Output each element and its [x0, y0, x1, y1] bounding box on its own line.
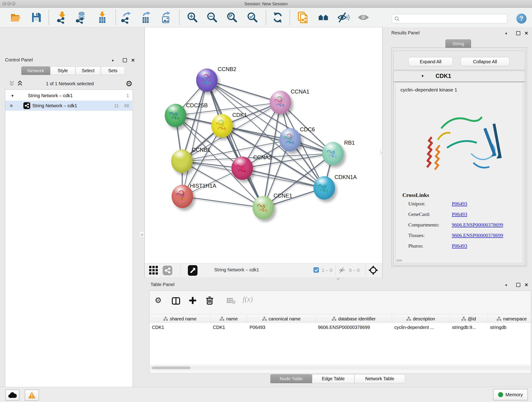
table-cell[interactable]: CDK1 — [210, 323, 247, 332]
cloud-button[interactable] — [5, 389, 19, 401]
table-cell[interactable]: CDK1 — [150, 323, 210, 332]
network-node-CDC25B[interactable] — [165, 104, 186, 127]
network-canvas[interactable]: CCNB2CCNA1CDC25BCDK1CDC6RB1CCNB1CCNA2CDK… — [145, 27, 382, 263]
left-splitter-handle[interactable] — [139, 232, 144, 237]
zoom-fit-icon[interactable] — [226, 11, 238, 24]
table-cell[interactable]: 9606.ENSP00000378699 — [316, 323, 392, 332]
column-header-namespace[interactable]: namespace — [488, 314, 531, 323]
delete-column-trash-icon[interactable] — [206, 296, 214, 305]
expand-all-networks-icon[interactable] — [17, 80, 23, 86]
crosslink-link[interactable]: P06493 — [452, 201, 467, 207]
table-panel-close-button[interactable]: ✕ — [525, 283, 528, 287]
table-cell[interactable]: stringdb — [488, 323, 531, 332]
results-panel-close-button[interactable]: ✕ — [525, 31, 528, 36]
control-panel-maximize-button[interactable] — [123, 58, 127, 62]
import-table-icon[interactable] — [96, 11, 108, 24]
selected-checkbox-icon[interactable] — [313, 267, 319, 273]
results-panel-float-button[interactable]: ▾ — [505, 32, 507, 36]
tab-node-table[interactable]: Node Table — [270, 374, 312, 383]
home-networks-icon[interactable] — [317, 11, 330, 24]
zoom-out-icon[interactable] — [206, 11, 218, 24]
table-horizontal-scrollbar[interactable] — [151, 366, 530, 370]
column-header-description[interactable]: description — [392, 314, 450, 323]
import-network-icon[interactable] — [56, 11, 68, 24]
crosslink-link[interactable]: P06493 — [452, 243, 467, 249]
crosslink-link[interactable]: P06493 — [452, 211, 467, 217]
export-image-icon[interactable] — [160, 11, 172, 24]
tab-sets[interactable]: Sets — [101, 66, 125, 75]
hide-selected-eye-slash-icon[interactable] — [337, 11, 350, 24]
network-collection-row[interactable]: ▼ String Network – cdk1 1 — [5, 90, 132, 101]
fit-selected-crosshair-icon[interactable] — [369, 266, 378, 274]
zoom-selected-icon[interactable] — [246, 11, 259, 24]
column-header--id[interactable]: @id — [450, 314, 488, 323]
table-panel-float-button[interactable]: ▾ — [505, 283, 507, 287]
network-node-CDKN1A[interactable] — [313, 176, 335, 200]
import-network-from-database-icon[interactable] — [75, 11, 87, 24]
network-node-CDK1[interactable] — [211, 114, 233, 138]
gene-section-header[interactable]: ▼ CDK1 — [393, 71, 525, 82]
search-field[interactable] — [392, 14, 507, 24]
tab-network-table[interactable]: Network Table — [355, 374, 405, 383]
network-node-RB1[interactable] — [322, 142, 344, 165]
table-scrollbar-thumb[interactable] — [152, 366, 190, 369]
table-cell[interactable]: P06493 — [247, 323, 316, 332]
tab-string[interactable]: String — [445, 39, 471, 48]
clone-network-icon[interactable] — [297, 11, 309, 24]
tab-network[interactable]: Network — [21, 66, 50, 75]
gene-expander-icon[interactable]: ▼ — [421, 74, 424, 78]
collection-expander-icon[interactable]: ▼ — [11, 94, 14, 98]
create-column-plus-icon[interactable] — [189, 296, 197, 305]
control-panel-close-button[interactable]: ✕ — [131, 58, 135, 63]
collapse-all-networks-icon[interactable] — [9, 80, 15, 86]
graphics-details-eye-icon[interactable] — [357, 11, 370, 24]
column-header-canonical-name[interactable]: canonical name — [247, 314, 316, 323]
table-options-gear-icon[interactable]: ⚙ — [155, 296, 162, 304]
network-node-CCNA1[interactable] — [270, 91, 291, 114]
gene-description: cyclin–dependent kinase 1 — [400, 87, 457, 93]
open-session-icon[interactable] — [9, 11, 22, 24]
tab-style[interactable]: Style — [50, 66, 75, 75]
column-header-database-identifier[interactable]: database identifier — [316, 314, 392, 323]
export-table-icon[interactable] — [140, 11, 152, 24]
gene-detail-card: cyclin–dependent kinase 1 CrossLinks Uni… — [395, 82, 523, 263]
network-node-CCNB2[interactable] — [196, 69, 218, 92]
table-data-row[interactable]: CDK1CDK1P064939606.ENSP00000378699cyclin… — [150, 323, 531, 365]
show-columns-icon[interactable] — [172, 297, 180, 305]
network-node-CDC6[interactable] — [279, 128, 301, 152]
tab-edge-table[interactable]: Edge Table — [312, 374, 355, 383]
column-header-name[interactable]: name — [210, 314, 247, 323]
search-input[interactable] — [400, 16, 507, 22]
network-view-share-icon[interactable] — [163, 266, 172, 275]
refresh-icon[interactable] — [272, 11, 284, 24]
gene-card-hscroll-thumb[interactable] — [396, 259, 402, 262]
column-header-shared-name[interactable]: shared name — [150, 314, 210, 323]
table-panel-maximize-button[interactable] — [516, 283, 520, 287]
control-panel-float-button[interactable]: ▾ — [112, 59, 114, 63]
results-panel-maximize-button[interactable] — [516, 31, 520, 35]
grid-view-icon[interactable] — [149, 266, 158, 275]
network-options-gear-icon[interactable]: ⚙ — [126, 80, 133, 88]
zoom-in-icon[interactable] — [186, 11, 199, 24]
network-node-CCNA2[interactable] — [231, 157, 253, 180]
crosslink-link[interactable]: 9606.ENSP00000378699 — [452, 232, 503, 238]
export-network-icon[interactable] — [120, 11, 133, 24]
collapse-all-button[interactable]: Collapse All — [461, 57, 510, 66]
table-cell[interactable]: stringdb:9... — [450, 323, 488, 332]
tab-select[interactable]: Select — [75, 66, 101, 75]
warnings-button[interactable] — [25, 389, 39, 401]
node-label-CDC6: CDC6 — [300, 126, 315, 133]
network-node-CCNE1[interactable] — [253, 196, 274, 219]
expand-all-button[interactable]: Expand All — [408, 57, 453, 66]
crosslink-link[interactable]: 9606.ENSP00000378699 — [452, 222, 503, 228]
help-icon[interactable]: ? — [516, 13, 526, 24]
table-cell[interactable]: cyclin-dependent ... — [392, 323, 450, 332]
network-row-selected[interactable]: String Network – cdk1 11 48 — [5, 101, 132, 111]
birds-eye-view-icon[interactable] — [188, 265, 197, 276]
protein-structure-thumbnail — [211, 114, 233, 138]
cloud-icon — [8, 392, 17, 398]
crosslink-label: Tissues: — [408, 232, 424, 238]
memory-button[interactable]: Memory — [493, 389, 528, 400]
save-session-icon[interactable] — [30, 11, 42, 24]
network-node-CCNB1[interactable] — [171, 149, 193, 173]
